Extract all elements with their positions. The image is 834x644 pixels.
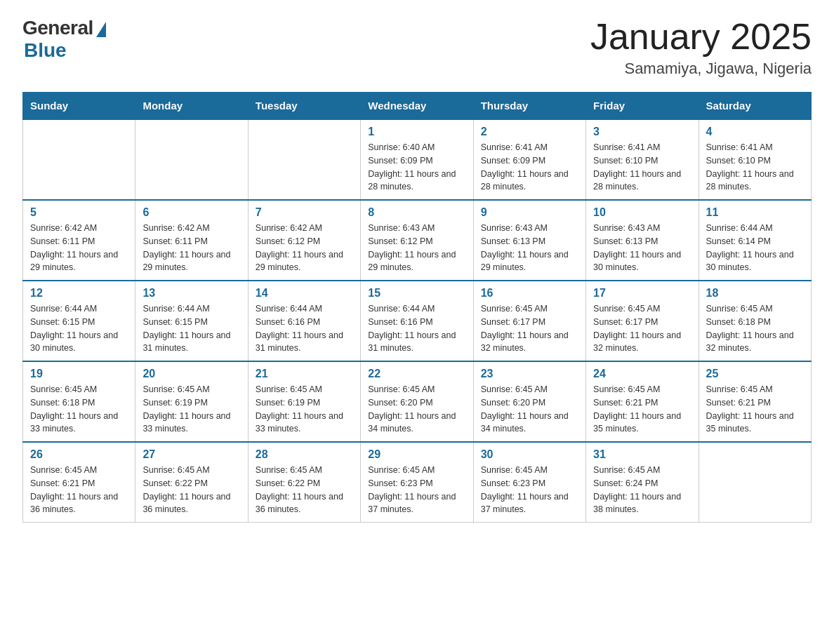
calendar-cell [135,119,248,200]
day-number: 7 [256,206,353,219]
day-number: 15 [368,287,465,300]
calendar-header-row: SundayMondayTuesdayWednesdayThursdayFrid… [23,93,812,120]
day-info: Sunrise: 6:42 AM Sunset: 6:11 PM Dayligh… [143,222,240,274]
calendar-week-4: 19Sunrise: 6:45 AM Sunset: 6:18 PM Dayli… [23,361,812,442]
day-info: Sunrise: 6:44 AM Sunset: 6:14 PM Dayligh… [706,222,804,274]
day-number: 6 [143,206,240,219]
calendar-cell: 19Sunrise: 6:45 AM Sunset: 6:18 PM Dayli… [23,361,135,442]
day-info: Sunrise: 6:45 AM Sunset: 6:19 PM Dayligh… [143,383,240,436]
day-info: Sunrise: 6:45 AM Sunset: 6:18 PM Dayligh… [30,383,128,436]
calendar-cell: 22Sunrise: 6:45 AM Sunset: 6:20 PM Dayli… [361,361,473,442]
calendar-cell: 23Sunrise: 6:45 AM Sunset: 6:20 PM Dayli… [473,361,585,442]
day-number: 29 [368,448,465,461]
day-number: 27 [143,448,240,461]
calendar-cell: 21Sunrise: 6:45 AM Sunset: 6:19 PM Dayli… [248,361,360,442]
day-info: Sunrise: 6:44 AM Sunset: 6:16 PM Dayligh… [256,302,353,355]
calendar-cell: 18Sunrise: 6:45 AM Sunset: 6:18 PM Dayli… [699,281,811,361]
day-number: 3 [593,126,691,138]
day-info: Sunrise: 6:43 AM Sunset: 6:13 PM Dayligh… [593,222,691,274]
calendar-cell: 9Sunrise: 6:43 AM Sunset: 6:13 PM Daylig… [473,200,585,281]
calendar-week-3: 12Sunrise: 6:44 AM Sunset: 6:15 PM Dayli… [23,281,812,361]
day-number: 18 [706,287,804,300]
calendar-header-sunday: Sunday [23,93,135,120]
day-info: Sunrise: 6:45 AM Sunset: 6:22 PM Dayligh… [143,464,240,516]
day-number: 11 [706,206,804,219]
calendar-cell [23,119,135,200]
day-number: 23 [481,368,578,380]
day-number: 2 [481,126,578,138]
day-number: 10 [593,206,691,219]
calendar-week-2: 5Sunrise: 6:42 AM Sunset: 6:11 PM Daylig… [23,200,812,281]
day-number: 28 [256,448,353,461]
logo-triangle-icon [96,22,106,37]
day-info: Sunrise: 6:41 AM Sunset: 6:09 PM Dayligh… [481,141,578,194]
day-number: 26 [30,448,128,461]
day-number: 20 [143,368,240,380]
calendar-header-saturday: Saturday [699,93,811,120]
calendar-cell: 29Sunrise: 6:45 AM Sunset: 6:23 PM Dayli… [361,442,473,523]
day-info: Sunrise: 6:43 AM Sunset: 6:12 PM Dayligh… [368,222,465,274]
calendar-header-tuesday: Tuesday [248,93,360,120]
calendar-cell: 11Sunrise: 6:44 AM Sunset: 6:14 PM Dayli… [699,200,811,281]
calendar-cell: 30Sunrise: 6:45 AM Sunset: 6:23 PM Dayli… [473,442,585,523]
calendar-cell: 15Sunrise: 6:44 AM Sunset: 6:16 PM Dayli… [361,281,473,361]
calendar-table: SundayMondayTuesdayWednesdayThursdayFrid… [22,92,812,523]
title-area: January 2025 Samamiya, Jigawa, Nigeria [590,17,812,78]
day-number: 19 [30,368,128,380]
day-info: Sunrise: 6:45 AM Sunset: 6:23 PM Dayligh… [368,464,465,516]
calendar-cell: 4Sunrise: 6:41 AM Sunset: 6:10 PM Daylig… [699,119,811,200]
day-info: Sunrise: 6:43 AM Sunset: 6:13 PM Dayligh… [481,222,578,274]
calendar-cell: 6Sunrise: 6:42 AM Sunset: 6:11 PM Daylig… [135,200,248,281]
day-number: 17 [593,287,691,300]
day-info: Sunrise: 6:45 AM Sunset: 6:24 PM Dayligh… [593,464,691,516]
calendar-cell: 8Sunrise: 6:43 AM Sunset: 6:12 PM Daylig… [361,200,473,281]
day-number: 24 [593,368,691,380]
calendar-cell: 13Sunrise: 6:44 AM Sunset: 6:15 PM Dayli… [135,281,248,361]
logo-blue-text: Blue [24,39,67,62]
day-number: 14 [256,287,353,300]
calendar-cell: 24Sunrise: 6:45 AM Sunset: 6:21 PM Dayli… [586,361,699,442]
day-number: 16 [481,287,578,300]
day-info: Sunrise: 6:41 AM Sunset: 6:10 PM Dayligh… [706,141,804,194]
calendar-cell: 28Sunrise: 6:45 AM Sunset: 6:22 PM Dayli… [248,442,360,523]
day-number: 13 [143,287,240,300]
day-number: 22 [368,368,465,380]
day-number: 31 [593,448,691,461]
calendar-cell: 27Sunrise: 6:45 AM Sunset: 6:22 PM Dayli… [135,442,248,523]
day-info: Sunrise: 6:44 AM Sunset: 6:15 PM Dayligh… [143,302,240,355]
day-number: 12 [30,287,128,300]
day-info: Sunrise: 6:45 AM Sunset: 6:20 PM Dayligh… [368,383,465,436]
day-number: 8 [368,206,465,219]
location-title: Samamiya, Jigawa, Nigeria [590,60,812,78]
day-number: 25 [706,368,804,380]
day-number: 30 [481,448,578,461]
day-info: Sunrise: 6:45 AM Sunset: 6:18 PM Dayligh… [706,302,804,355]
page-header: General Blue January 2025 Samamiya, Jiga… [22,17,812,78]
day-number: 21 [256,368,353,380]
calendar-header-thursday: Thursday [473,93,585,120]
day-info: Sunrise: 6:45 AM Sunset: 6:23 PM Dayligh… [481,464,578,516]
day-info: Sunrise: 6:44 AM Sunset: 6:16 PM Dayligh… [368,302,465,355]
day-info: Sunrise: 6:40 AM Sunset: 6:09 PM Dayligh… [368,141,465,194]
day-info: Sunrise: 6:41 AM Sunset: 6:10 PM Dayligh… [593,141,691,194]
calendar-cell: 2Sunrise: 6:41 AM Sunset: 6:09 PM Daylig… [473,119,585,200]
month-title: January 2025 [590,17,812,57]
day-number: 1 [368,126,465,138]
calendar-week-1: 1Sunrise: 6:40 AM Sunset: 6:09 PM Daylig… [23,119,812,200]
calendar-cell: 20Sunrise: 6:45 AM Sunset: 6:19 PM Dayli… [135,361,248,442]
calendar-cell: 5Sunrise: 6:42 AM Sunset: 6:11 PM Daylig… [23,200,135,281]
calendar-cell: 12Sunrise: 6:44 AM Sunset: 6:15 PM Dayli… [23,281,135,361]
calendar-cell [699,442,811,523]
calendar-week-5: 26Sunrise: 6:45 AM Sunset: 6:21 PM Dayli… [23,442,812,523]
calendar-cell: 7Sunrise: 6:42 AM Sunset: 6:12 PM Daylig… [248,200,360,281]
calendar-cell [248,119,360,200]
calendar-cell: 17Sunrise: 6:45 AM Sunset: 6:17 PM Dayli… [586,281,699,361]
calendar-cell: 16Sunrise: 6:45 AM Sunset: 6:17 PM Dayli… [473,281,585,361]
day-info: Sunrise: 6:45 AM Sunset: 6:17 PM Dayligh… [481,302,578,355]
day-number: 5 [30,206,128,219]
day-info: Sunrise: 6:45 AM Sunset: 6:21 PM Dayligh… [30,464,128,516]
day-number: 4 [706,126,804,138]
day-info: Sunrise: 6:44 AM Sunset: 6:15 PM Dayligh… [30,302,128,355]
logo-general-text: General [22,17,93,39]
calendar-header-monday: Monday [135,93,248,120]
